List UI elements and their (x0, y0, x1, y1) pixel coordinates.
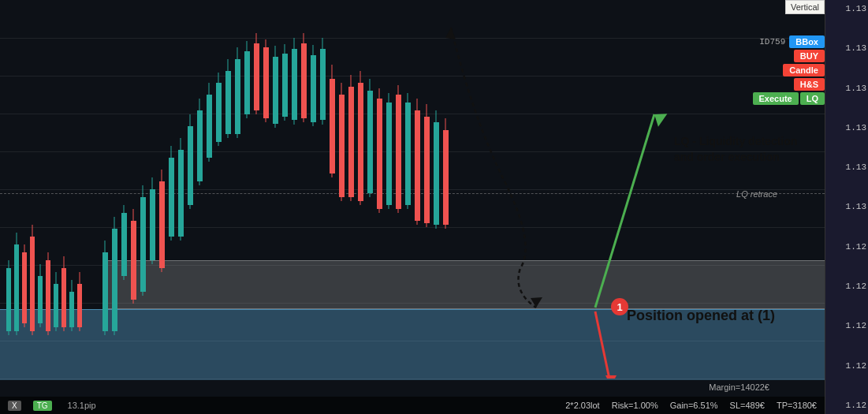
chart-area: LQ retrace (0, 0, 825, 414)
tg-button[interactable]: TG (33, 401, 52, 411)
price-label-6: 1.13 (827, 202, 866, 211)
lot-info: 2*2.03lot (565, 401, 599, 410)
price-label-10: 1.12 (827, 361, 866, 371)
execute-row: Execute LQ (753, 92, 825, 105)
price-axis: 1.13 1.13 1.13 1.13 1.13 1.13 1.12 1.12 … (825, 0, 868, 414)
id-label: ID759 (759, 37, 785, 47)
price-label-11: 1.12 (827, 401, 866, 410)
svg-marker-95 (445, 28, 456, 39)
price-label-5: 1.13 (827, 162, 866, 172)
svg-marker-99 (605, 375, 617, 379)
hs-row: H&S (794, 78, 825, 91)
price-label-2: 1.13 (827, 43, 866, 53)
candle-row: Candle (783, 64, 825, 76)
price-label-7: 1.12 (827, 242, 866, 252)
svg-line-96 (595, 114, 654, 308)
margin-label: Margin=14022€ (709, 382, 769, 392)
lq-annotation: LQ - Liquidity detection and order execu… (674, 134, 797, 165)
hs-button[interactable]: H&S (794, 78, 825, 91)
svg-line-98 (595, 311, 611, 379)
price-label-3: 1.13 (827, 84, 866, 93)
price-label-8: 1.12 (827, 282, 866, 291)
chart-container: LQ retrace (0, 0, 868, 414)
risk-label: Risk=1.00% (612, 401, 658, 410)
position-annotation: Position opened at (1) (627, 308, 775, 324)
bottom-info-bar: X TG 13.1pip 2*2.03lot Risk=1.00% Gain=6… (0, 397, 825, 414)
price-label-1: 1.13 (827, 4, 866, 13)
position-marker: 1 (611, 298, 628, 315)
lq-button[interactable]: LQ (800, 92, 825, 105)
price-label-9: 1.12 (827, 321, 866, 330)
price-label-4: 1.13 (827, 123, 866, 132)
buy-button[interactable]: BUY (794, 50, 825, 62)
buy-row: BUY (794, 50, 825, 62)
execute-button[interactable]: Execute (753, 92, 799, 105)
panel-buttons: ID759 BBox BUY Candle H&S Execute LQ (753, 35, 825, 105)
svg-marker-94 (531, 297, 542, 308)
sl-label: SL=489€ (730, 401, 765, 410)
vertical-tooltip: Vertical (785, 0, 825, 14)
bbox-button[interactable]: BBox (789, 35, 825, 48)
tp-label: TP=3180€ (777, 401, 817, 410)
id-row: ID759 BBox (759, 35, 825, 48)
close-button[interactable]: X (8, 401, 21, 411)
candle-button[interactable]: Candle (783, 64, 825, 76)
pip-label: 13.1pip (68, 401, 96, 410)
gain-label: Gain=6.51% (670, 401, 718, 410)
